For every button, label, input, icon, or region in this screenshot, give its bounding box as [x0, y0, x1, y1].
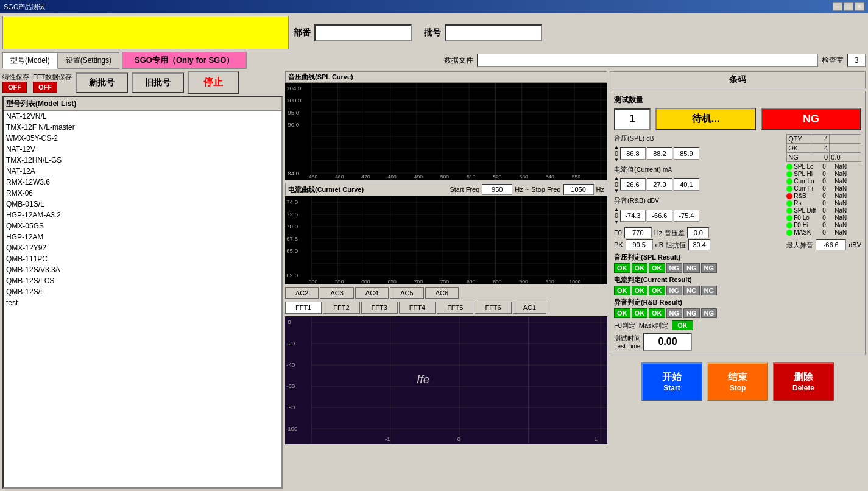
tab-model[interactable]: 型号(Model) — [2, 52, 58, 69]
svg-text:750: 750 — [440, 278, 450, 284]
model-list-item[interactable]: QMB-111PC — [4, 253, 281, 264]
model-list-item[interactable]: QMB-12S/LCS — [4, 275, 281, 286]
spl-val1[interactable] — [620, 147, 646, 160]
led-mask-val: 0 — [822, 229, 833, 236]
fft-save-button[interactable]: OFF — [33, 82, 57, 93]
rnb-val2[interactable] — [647, 210, 672, 222]
led-curr-hi-label: Curr Hi — [794, 185, 821, 192]
svg-text:700: 700 — [414, 278, 423, 284]
model-list-item[interactable]: HGP-12AM-A3.2 — [4, 210, 281, 221]
tab-fft3[interactable]: FFT3 — [361, 302, 398, 314]
svg-text:800: 800 — [467, 278, 476, 284]
model-list-item[interactable]: TMX-12HN/L-GS — [4, 155, 281, 166]
svg-text:-100: -100 — [286, 426, 297, 432]
stop-freq-input[interactable] — [563, 184, 594, 195]
stop-button[interactable]: 停止 — [188, 71, 239, 94]
ng-button[interactable]: NG — [761, 108, 861, 130]
current-label: 电流值(Current) mA — [614, 165, 672, 174]
property-save-button[interactable]: OFF — [2, 82, 27, 93]
standby-button[interactable]: 待机... — [655, 108, 756, 130]
led-spl-hi: SPL Hi 0 NaN — [786, 171, 861, 177]
tab-fft5[interactable]: FFT5 — [437, 302, 473, 314]
model-list-item[interactable]: QMX-12Y92 — [4, 242, 281, 253]
tab-ac2[interactable]: AC2 — [285, 287, 319, 299]
led-spl-diff-icon — [786, 208, 792, 214]
led-spl-hi-label: SPL Hi — [794, 171, 821, 177]
batch-input[interactable] — [445, 24, 542, 41]
model-list-item[interactable]: QMB-12S/L — [4, 286, 281, 297]
model-list-item[interactable]: HGP-12AM — [4, 231, 281, 242]
tab-ac3[interactable]: AC3 — [320, 287, 353, 299]
current-val3[interactable] — [674, 178, 699, 191]
rnb-val3[interactable] — [674, 210, 699, 222]
model-list-item[interactable]: RMX-06 — [4, 188, 281, 199]
sound-diff-input[interactable] — [687, 227, 709, 238]
part-num-input[interactable] — [314, 24, 412, 41]
tab-fft6[interactable]: FFT6 — [475, 302, 511, 314]
max-rnb-row: 最大异音 dBV — [786, 239, 861, 250]
model-list-item[interactable]: NAT-12A — [4, 166, 281, 177]
led-spl-diff-val: 0 — [822, 207, 833, 214]
tab-sgo[interactable]: SGO专用（Only for SGO） — [122, 52, 247, 69]
tab-fft4[interactable]: FFT4 — [399, 302, 436, 314]
rnb-ng3: NG — [701, 308, 718, 318]
led-mask-label: MASK — [794, 229, 821, 236]
tab-ac6[interactable]: AC6 — [425, 287, 459, 299]
model-list-item[interactable]: QMB-12S/V3.3A — [4, 264, 281, 275]
svg-text:540: 540 — [546, 174, 555, 180]
model-list-item[interactable]: QMB-01S/L — [4, 199, 281, 210]
ng-value: 0 — [811, 153, 830, 161]
end-button[interactable]: 结束 Stop — [707, 362, 768, 401]
model-list-item[interactable]: test — [4, 297, 281, 308]
close-button[interactable]: ✕ — [855, 2, 864, 11]
rnb-val1[interactable] — [620, 210, 646, 222]
impedance-input[interactable] — [688, 239, 710, 250]
max-rnb-input[interactable] — [816, 239, 846, 250]
window-controls[interactable]: ─ □ ✕ — [833, 2, 864, 11]
tab-fft1[interactable]: FFT1 — [285, 302, 322, 314]
pk-input[interactable] — [626, 239, 653, 250]
led-rnb-icon — [786, 193, 792, 199]
current-val1[interactable] — [620, 178, 646, 191]
start-button[interactable]: 开始 Start — [641, 362, 702, 401]
data-file-input[interactable] — [477, 54, 818, 67]
f0-hz-label: Hz — [654, 229, 662, 236]
model-list-item[interactable]: RMX-12W3.6 — [4, 177, 281, 188]
maximize-button[interactable]: □ — [844, 2, 853, 11]
current-val2[interactable] — [647, 178, 672, 191]
tab-ac5[interactable]: AC5 — [390, 287, 423, 299]
led-mask: MASK 0 NaN — [786, 229, 861, 236]
spl-label: 音压(SPL) dB — [614, 134, 660, 143]
property-save-label: 特性保存 — [2, 72, 29, 82]
start-freq-input[interactable] — [482, 184, 512, 195]
pk-db-label: dB — [655, 241, 663, 249]
ng-label-stat: NG — [787, 153, 811, 161]
model-list-item[interactable]: QMX-05GS — [4, 221, 281, 231]
model-list-title: 型号列表(Model List) — [4, 97, 281, 111]
new-batch-button[interactable]: 新批号 — [76, 72, 128, 93]
model-list-item[interactable]: NAT-12V — [4, 144, 281, 155]
tab-settings[interactable]: 设置(Settings) — [58, 52, 119, 69]
tab-ac4[interactable]: AC4 — [355, 287, 389, 299]
mask-judge-label: Mask判定 — [639, 321, 668, 330]
model-list-item[interactable]: NAT-12VN/L — [4, 111, 281, 122]
delete-button[interactable]: 删除 Delete — [773, 362, 834, 401]
tab-fft2[interactable]: FFT2 — [323, 302, 359, 314]
old-batch-button[interactable]: 旧批号 — [132, 72, 184, 93]
led-f0-lo-val: 0 — [822, 214, 833, 221]
minimize-button[interactable]: ─ — [833, 2, 842, 11]
sound-diff-label: 音压差 — [665, 228, 685, 238]
test-time-sublabel: Test Time — [615, 343, 641, 350]
model-list-item[interactable]: TMX-12F N/L-master — [4, 122, 281, 133]
svg-rect-0 — [285, 83, 607, 180]
spl-ng3: NG — [701, 263, 718, 273]
rnb-ng1: NG — [666, 308, 683, 318]
led-f0-lo: F0 Lo 0 NaN — [786, 214, 861, 221]
spl-val2[interactable] — [647, 147, 672, 160]
fft-save-label: FFT数据保存 — [33, 72, 72, 82]
f0-input[interactable] — [624, 227, 652, 238]
model-list-item[interactable]: WMX-05Y-CS-2 — [4, 133, 281, 144]
spl-val3[interactable] — [674, 147, 699, 160]
tab-ac1[interactable]: AC1 — [513, 302, 546, 314]
model-list[interactable]: NAT-12VN/LTMX-12F N/L-masterWMX-05Y-CS-2… — [4, 111, 281, 487]
